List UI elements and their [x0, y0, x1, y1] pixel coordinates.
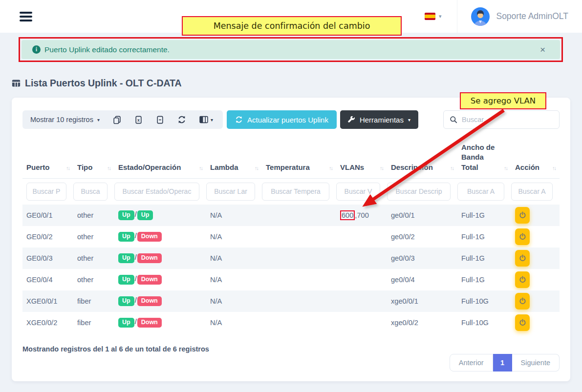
- sort-icon[interactable]: ↑↓: [255, 165, 258, 172]
- column-header-estado[interactable]: Estado/Operación↑↓: [114, 141, 206, 178]
- column-header-accion[interactable]: Acción↑↓: [511, 141, 560, 178]
- filter-input-descripcion[interactable]: [387, 183, 451, 201]
- search-input[interactable]: [462, 116, 553, 124]
- table-controls-group: Mostrar 10 registros ▾ x: [22, 110, 223, 129]
- sort-icon[interactable]: ↑↓: [329, 165, 332, 172]
- cell-ancho-banda: Full-1G: [457, 248, 511, 269]
- power-toggle-button[interactable]: [515, 293, 530, 309]
- cell-tipo: other: [73, 248, 114, 269]
- cell-ancho-banda: Full-10G: [457, 290, 511, 312]
- cell-ancho-banda: Full-1G: [457, 226, 511, 248]
- cell-estado-operacion: Up/Up: [114, 205, 206, 226]
- columns-icon: [199, 116, 208, 124]
- cell-puerto: GE0/0/4: [22, 269, 73, 290]
- cell-accion: [511, 248, 560, 269]
- cell-estado-operacion: Up/Down: [114, 290, 206, 312]
- annotation-confirmation-label: Mensaje de confirmación del cambio: [182, 16, 402, 36]
- cell-vlans: [336, 226, 387, 248]
- pagination-page-1[interactable]: 1: [493, 354, 512, 371]
- power-toggle-button[interactable]: [515, 314, 530, 331]
- cell-temperatura: [262, 248, 336, 269]
- show-entries-dropdown[interactable]: Mostrar 10 registros ▾: [30, 116, 100, 124]
- cell-vlans: [336, 248, 387, 269]
- column-header-temperatura[interactable]: Temperatura↑↓: [262, 141, 336, 178]
- cell-lambda: N/A: [206, 226, 262, 248]
- uplink-ports-card: Mostrar 10 registros ▾ x: [12, 98, 570, 381]
- cell-descripcion: ge0/0/2: [387, 226, 457, 248]
- cell-temperatura: [262, 269, 336, 290]
- column-header-vlans[interactable]: VLANs↑↓: [336, 141, 387, 178]
- cell-puerto: GE0/0/3: [22, 248, 73, 269]
- chevron-down-icon: ▾: [439, 13, 442, 20]
- export-file-button[interactable]: [156, 116, 164, 124]
- status-badge: Up: [118, 232, 134, 242]
- table-search: [443, 110, 560, 129]
- filter-input-vlans[interactable]: [336, 183, 380, 201]
- status-badge: Up: [118, 275, 134, 285]
- filter-input-estado[interactable]: [114, 183, 199, 201]
- cell-accion: [511, 269, 560, 290]
- sort-icon[interactable]: ↑↓: [199, 165, 202, 172]
- filter-input-lambda[interactable]: [206, 183, 255, 201]
- excel-file-icon: x: [134, 116, 143, 124]
- search-icon: [450, 116, 457, 124]
- cell-estado-operacion: Up/Down: [114, 312, 206, 333]
- power-toggle-button[interactable]: [515, 207, 530, 224]
- filter-input-tipo[interactable]: [73, 183, 108, 201]
- filter-input-puerto[interactable]: [26, 183, 66, 201]
- cell-temperatura: [262, 312, 336, 333]
- column-header-puerto[interactable]: Puerto↑↓: [22, 141, 73, 178]
- pagination: Anterior 1 Siguiente: [450, 354, 560, 371]
- pagination-previous-button[interactable]: Anterior: [450, 354, 493, 371]
- export-excel-button[interactable]: x: [134, 116, 143, 124]
- status-badge: Down: [137, 253, 162, 263]
- cell-estado-operacion: Up/Down: [114, 248, 206, 269]
- reload-table-button[interactable]: [177, 115, 186, 124]
- alert-message: Puerto Uplink editado correctamente.: [44, 45, 170, 54]
- column-header-tipo[interactable]: Tipo↑↓: [73, 141, 114, 178]
- table-filter-row: [22, 178, 560, 205]
- cell-lambda: N/A: [206, 312, 262, 333]
- annotation-vlan-added-label: Se agrego VLAN: [460, 92, 546, 109]
- column-visibility-button[interactable]: ▾: [199, 116, 213, 124]
- wrench-icon: [348, 116, 355, 124]
- spain-flag-icon: [425, 13, 435, 20]
- cell-tipo: fiber: [73, 290, 114, 312]
- file-icon: [156, 116, 164, 124]
- cell-puerto: GE0/0/1: [22, 205, 73, 226]
- tools-dropdown-button[interactable]: Herramientas ▾: [340, 110, 418, 129]
- alert-close-button[interactable]: ×: [536, 45, 549, 54]
- pagination-next-button[interactable]: Siguiente: [512, 354, 560, 371]
- power-toggle-button[interactable]: [515, 250, 530, 267]
- power-toggle-button[interactable]: [515, 271, 530, 288]
- language-selector[interactable]: ▾: [425, 13, 442, 20]
- sort-icon[interactable]: ↑↓: [504, 165, 507, 172]
- copy-button[interactable]: [113, 116, 121, 124]
- status-badge: Down: [137, 232, 162, 242]
- svg-text:x: x: [137, 118, 140, 123]
- cell-descripcion: xge0/0/1: [387, 290, 457, 312]
- sort-icon[interactable]: ↑↓: [66, 165, 69, 172]
- records-summary: Mostrando registros del 1 al 6 de un tot…: [22, 345, 560, 353]
- sort-icon[interactable]: ↑↓: [450, 165, 453, 172]
- sort-icon[interactable]: ↑↓: [380, 165, 383, 172]
- user-name: Soporte AdminOLT: [496, 11, 568, 21]
- status-badge: Up: [118, 318, 134, 328]
- sort-icon[interactable]: ↑↓: [107, 165, 110, 172]
- user-menu[interactable]: Soporte AdminOLT: [457, 0, 582, 33]
- refresh-icon: [235, 116, 243, 124]
- cell-accion: [511, 290, 560, 312]
- column-header-ancho-banda[interactable]: Ancho de Banda Total↑↓: [457, 141, 511, 178]
- column-header-descripcion[interactable]: Descripción↑↓: [387, 141, 457, 178]
- filter-input-ancho-banda[interactable]: [457, 183, 504, 201]
- update-uplink-ports-button[interactable]: Actualizar puertos Uplink: [227, 110, 337, 129]
- menu-toggle-icon[interactable]: [20, 12, 32, 21]
- sort-icon[interactable]: ↑↓: [552, 165, 556, 172]
- column-header-lambda[interactable]: Lambda↑↓: [206, 141, 262, 178]
- copy-icon: [113, 116, 121, 124]
- cell-estado-operacion: Up/Down: [114, 269, 206, 290]
- filter-input-temperatura[interactable]: [262, 183, 329, 201]
- power-toggle-button[interactable]: [515, 228, 530, 245]
- cell-tipo: fiber: [73, 312, 114, 333]
- filter-input-accion[interactable]: [511, 183, 553, 201]
